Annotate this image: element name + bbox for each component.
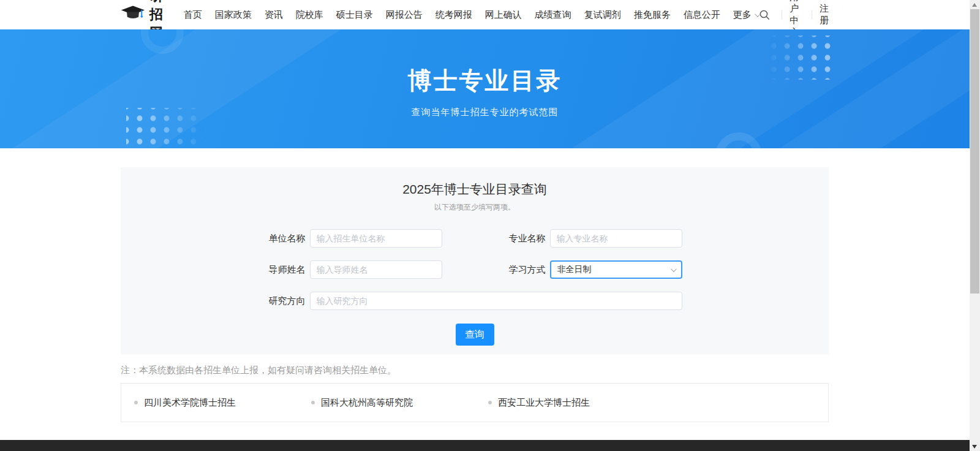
query-form: 单位名称 专业名称 导师姓名 学习方式 非全日制 [268, 229, 682, 346]
scrollbar-up-arrow-icon[interactable] [972, 3, 977, 7]
study-mode-select[interactable]: 非全日制 [550, 260, 682, 279]
study-mode-value: 非全日制 [557, 264, 592, 275]
nav-item-master-catalog[interactable]: 硕士目录 [336, 9, 373, 21]
tutor-name-input[interactable] [310, 260, 442, 279]
nav-item-more[interactable]: 更多 [733, 9, 759, 21]
major-name-input[interactable] [550, 229, 682, 248]
footer-bar [0, 440, 980, 451]
nav-item-news[interactable]: 资讯 [265, 9, 283, 21]
unit-name-input[interactable] [310, 229, 442, 248]
hero-banner: 博士专业目录 查询当年博士招生专业的考试范围 [0, 29, 970, 148]
query-submit-button[interactable]: 查询 [456, 324, 494, 346]
bullet-icon [311, 401, 315, 404]
chevron-down-icon [670, 266, 676, 272]
nav-item-online-confirmation[interactable]: 网上确认 [485, 9, 522, 21]
major-name-label: 专业名称 [508, 233, 546, 244]
nav-item-online-report-notice[interactable]: 网报公告 [386, 9, 423, 21]
link-item-ucas-hangzhou[interactable]: 国科大杭州高等研究院 [311, 397, 488, 409]
link-item-sichuan-fine-arts[interactable]: 四川美术学院博士招生 [134, 397, 311, 409]
nav-item-exemption-service[interactable]: 推免服务 [634, 9, 671, 21]
query-form-title: 2025年博士专业目录查询 [121, 181, 829, 198]
page-scrollbar[interactable] [970, 0, 980, 451]
scrollbar-down-arrow-icon[interactable] [972, 445, 977, 449]
nav-item-unified-exam-registration[interactable]: 统考网报 [435, 9, 472, 21]
research-direction-input[interactable] [310, 292, 682, 310]
bullet-icon [134, 401, 138, 404]
page-subtitle: 查询当年博士招生专业的考试范围 [0, 107, 970, 118]
bullet-icon [488, 401, 492, 404]
main-nav: 首页 国家政策 资讯 院校库 硕士目录 网报公告 统考网报 网上确认 成绩查询 … [184, 9, 759, 21]
nav-item-info-disclosure[interactable]: 信息公开 [684, 9, 720, 21]
register-link[interactable]: 注册 [820, 3, 829, 26]
nav-item-reexam-adjustment[interactable]: 复试调剂 [584, 9, 621, 21]
link-label: 四川美术学院博士招生 [144, 397, 236, 409]
scrollbar-thumb[interactable] [970, 9, 979, 294]
research-direction-label: 研究方向 [268, 295, 306, 307]
query-panel: 2025年博士专业目录查询 以下选项至少填写两项。 单位名称 专业名称 导师姓名 [121, 167, 829, 354]
study-mode-label: 学习方式 [508, 264, 546, 276]
graduation-cap-icon [121, 4, 145, 25]
query-form-hint: 以下选项至少填写两项。 [121, 202, 829, 213]
nav-item-national-policy[interactable]: 国家政策 [215, 9, 252, 21]
link-label: 西安工业大学博士招生 [498, 397, 590, 409]
data-source-note: 注：本系统数据由各招生单位上报，如有疑问请咨询相关招生单位。 [121, 365, 980, 376]
nav-item-college-library[interactable]: 院校库 [296, 9, 323, 21]
page-title: 博士专业目录 [0, 29, 970, 97]
tutor-name-label: 导师姓名 [268, 264, 306, 276]
search-icon[interactable] [759, 9, 770, 20]
unit-name-label: 单位名称 [268, 233, 306, 244]
nav-more-label: 更多 [733, 9, 752, 21]
nav-item-score-query[interactable]: 成绩查询 [535, 9, 571, 21]
link-item-xian-technological[interactable]: 西安工业大学博士招生 [488, 397, 665, 409]
top-navbar: 研招网 首页 国家政策 资讯 院校库 硕士目录 网报公告 统考网报 网上确认 成… [0, 0, 980, 29]
quick-links-box: 四川美术学院博士招生 国科大杭州高等研究院 西安工业大学博士招生 [121, 383, 829, 422]
link-label: 国科大杭州高等研究院 [321, 397, 413, 409]
nav-item-home[interactable]: 首页 [184, 9, 202, 21]
